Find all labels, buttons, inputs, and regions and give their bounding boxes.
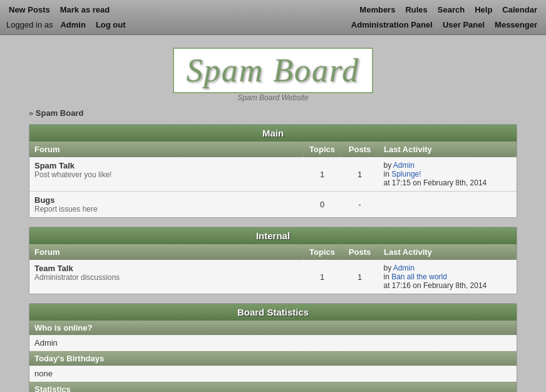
search-link[interactable]: Search: [435, 4, 467, 16]
last-activity-cell: by Admin in Ban all the world at 17:16 o…: [379, 260, 517, 294]
calendar-link[interactable]: Calendar: [500, 4, 540, 16]
forum-name: Team Talk: [34, 264, 299, 273]
topics-count: 1: [304, 157, 341, 192]
col-forum: Forum: [29, 244, 304, 260]
new-posts-link[interactable]: New Posts: [6, 4, 53, 16]
posts-count: -: [341, 192, 379, 218]
logged-in-text: Logged in as: [6, 20, 53, 29]
col-topics: Topics: [304, 142, 341, 157]
forum-name: Bugs: [34, 195, 299, 205]
online-value: Admin: [29, 335, 517, 351]
activity-text: by Admin in Ban all the world at 17:16 o…: [384, 264, 512, 290]
internal-section-header: Internal: [29, 227, 517, 244]
online-label: Who is online?: [29, 321, 517, 335]
breadcrumb-prefix: »: [29, 108, 33, 118]
col-topics: Topics: [304, 244, 341, 260]
forum-desc: Post whatever you like!: [34, 170, 299, 179]
birthdays-label: Today's Birthdays: [29, 351, 517, 366]
birthdays-value: none: [29, 366, 517, 382]
stats-table: Who is online? Admin Today's Birthdays n…: [29, 321, 517, 392]
forum-info-cell: Spam Talk Post whatever you like!: [29, 157, 304, 192]
forum-info-cell: Bugs Report issues here: [29, 192, 304, 218]
nav-row-2: Logged in as Admin Log out: [6, 19, 128, 31]
activity-user-link[interactable]: Admin: [393, 161, 415, 170]
table-header-row: Forum Topics Posts Last Activity: [29, 142, 517, 157]
posts-count: 1: [341, 260, 379, 294]
topics-count: 0: [304, 192, 341, 218]
main-section-header: Main: [29, 125, 517, 142]
col-posts: Posts: [341, 244, 379, 260]
forum-desc: Administrator discussions: [34, 273, 299, 282]
logo-title: Spam Board: [173, 48, 374, 93]
nav-right: Members Rules Search Help Calendar Admin…: [343, 0, 546, 34]
activity-text: by Admin in Splunge! at 17:15 on Februar…: [384, 161, 512, 187]
main-section: Main Forum Topics Posts Last Activity Sp…: [29, 124, 517, 218]
admin-panel-link[interactable]: Administration Panel: [349, 19, 435, 31]
nav-row-right-1: Members Rules Search Help Calendar: [357, 4, 540, 16]
breadcrumb-link[interactable]: Spam Board: [36, 108, 84, 118]
nav-left: New Posts Mark as read Logged in as Admi…: [0, 0, 135, 34]
last-activity-cell: [379, 192, 517, 218]
col-posts: Posts: [341, 142, 379, 157]
table-row: Bugs Report issues here 0 -: [29, 192, 517, 218]
table-row: Spam Talk Post whatever you like! 1 1 by…: [29, 157, 517, 192]
table-row: Team Talk Administrator discussions 1 1 …: [29, 260, 517, 294]
online-value-row: Admin: [29, 335, 517, 351]
messenger-link[interactable]: Messenger: [492, 19, 540, 31]
statistics-label: Statistics: [29, 382, 517, 393]
table-header-row: Forum Topics Posts Last Activity: [29, 244, 517, 260]
col-activity: Last Activity: [379, 142, 517, 157]
board-statistics-header: Board Statistics: [29, 304, 517, 321]
birthdays-value-row: none: [29, 366, 517, 382]
nav-row-right-2: Administration Panel User Panel Messenge…: [349, 19, 540, 31]
nav-row-1: New Posts Mark as read: [6, 4, 128, 16]
activity-thread-link[interactable]: Splunge!: [391, 170, 421, 178]
logout-link[interactable]: Log out: [93, 19, 128, 31]
username-link[interactable]: Admin: [58, 19, 88, 31]
internal-forum-table: Forum Topics Posts Last Activity Team Ta…: [29, 244, 517, 294]
main-wrapper: Spam Board Spam Board Website » Spam Boa…: [23, 48, 523, 392]
online-label-row: Who is online?: [29, 321, 517, 335]
birthdays-label-row: Today's Birthdays: [29, 351, 517, 366]
activity-thread-link[interactable]: Ban all the world: [391, 272, 447, 281]
main-forum-table: Forum Topics Posts Last Activity Spam Ta…: [29, 142, 517, 217]
col-activity: Last Activity: [379, 244, 517, 260]
help-link[interactable]: Help: [472, 4, 495, 16]
forum-info-cell: Team Talk Administrator discussions: [29, 260, 304, 294]
activity-user-link[interactable]: Admin: [393, 264, 415, 272]
user-panel-link[interactable]: User Panel: [440, 19, 487, 31]
last-activity-cell: by Admin in Splunge! at 17:15 on Februar…: [379, 157, 517, 192]
col-forum: Forum: [29, 142, 304, 157]
members-link[interactable]: Members: [357, 4, 398, 16]
statistics-label-row: Statistics: [29, 382, 517, 393]
logo-area: Spam Board Spam Board Website: [29, 48, 517, 102]
top-navigation: New Posts Mark as read Logged in as Admi…: [0, 0, 546, 35]
rules-link[interactable]: Rules: [403, 4, 430, 16]
breadcrumb: » Spam Board: [29, 108, 517, 118]
forum-desc: Report issues here: [34, 205, 299, 214]
internal-section: Internal Forum Topics Posts Last Activit…: [29, 227, 517, 294]
posts-count: 1: [341, 157, 379, 192]
mark-as-read-link[interactable]: Mark as read: [58, 4, 113, 16]
board-statistics-section: Board Statistics Who is online? Admin To…: [29, 303, 517, 392]
forum-name: Spam Talk: [34, 161, 299, 170]
topics-count: 1: [304, 260, 341, 294]
logo-subtitle: Spam Board Website: [29, 93, 517, 102]
